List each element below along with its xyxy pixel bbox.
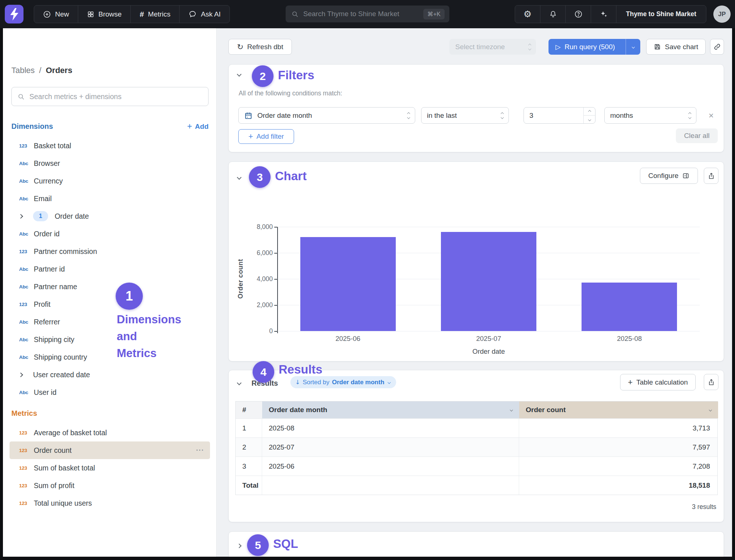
sidebar-item-user-created-date[interactable]: User created date xyxy=(10,366,210,383)
filter-unit-select[interactable]: months xyxy=(604,107,696,124)
y-tick-label: 0 xyxy=(243,327,273,335)
sidebar-item-partner-name[interactable]: AbcPartner name xyxy=(10,278,210,295)
field-label: Order id xyxy=(34,230,59,238)
metrics-list: 123Average of basket total123Order count… xyxy=(6,424,214,512)
clear-all-filters-button[interactable]: Clear all xyxy=(676,128,718,143)
chevron-right-icon xyxy=(18,214,23,219)
run-query-options-button[interactable] xyxy=(626,39,640,55)
sidebar-item-currency[interactable]: AbcCurrency xyxy=(10,172,210,190)
bar-2025-07[interactable] xyxy=(441,232,536,331)
plus-icon: + xyxy=(249,132,253,141)
y-tick-label: 8,000 xyxy=(243,223,273,231)
table-row[interactable]: 22025-077,597 xyxy=(236,437,717,457)
timezone-select[interactable]: Select timezone xyxy=(449,39,536,55)
table-row[interactable]: 32025-067,208 xyxy=(236,457,717,476)
sidebar-item-email[interactable]: AbcEmail xyxy=(10,190,210,207)
sorted-by-pill[interactable]: ↓ Sorted by Order date month xyxy=(290,376,396,388)
order-date-month-cell[interactable]: 2025-06 xyxy=(262,457,519,476)
sidebar-item-average-of-basket-total[interactable]: 123Average of basket total xyxy=(10,424,210,441)
ai-assistant-button[interactable] xyxy=(591,6,616,23)
filters-section: All of the following conditions match: O… xyxy=(228,64,724,152)
org-switcher[interactable]: Thyme to Shine Market xyxy=(616,6,706,23)
copy-link-button[interactable] xyxy=(710,39,724,55)
sidebar-item-sum-of-profit[interactable]: 123Sum of profit xyxy=(10,477,210,494)
results-count: 3 results xyxy=(692,503,716,511)
field-label: Partner name xyxy=(34,283,77,291)
sidebar-item-user-id[interactable]: AbcUser id xyxy=(10,383,210,401)
sidebar-item-order-id[interactable]: AbcOrder id xyxy=(10,225,210,243)
fields-search-input[interactable]: Search metrics + dimensions xyxy=(11,87,209,106)
sidebar-item-order-date[interactable]: 1Order date xyxy=(10,207,210,225)
column-header-order-date-month[interactable]: Order date month xyxy=(262,401,519,418)
order-date-month-cell[interactable]: 2025-08 xyxy=(262,419,519,437)
share-icon xyxy=(707,378,715,386)
table-calculation-button[interactable]: + Table calculation xyxy=(620,374,696,390)
column-header-order-count[interactable]: Order count xyxy=(519,401,718,418)
configure-chart-button[interactable]: Configure xyxy=(640,168,698,184)
order-count-cell[interactable]: 7,597 xyxy=(519,438,718,457)
ask-ai-button[interactable]: Ask AI xyxy=(180,6,229,23)
table-total-row: Total18,518 xyxy=(236,476,717,495)
string-type-icon: Abc xyxy=(19,390,34,395)
sidebar-item-partner-commission[interactable]: 123Partner commission xyxy=(10,243,210,260)
filter-field-select[interactable]: Order date month xyxy=(238,107,415,124)
export-results-button[interactable] xyxy=(704,374,718,390)
add-dimension-button[interactable]: +Add xyxy=(187,122,209,131)
global-search-input[interactable]: Search Thyme to Shine Market ⌘+K xyxy=(286,6,449,22)
sidebar-item-sum-of-basket-total[interactable]: 123Sum of basket total xyxy=(10,459,210,477)
string-type-icon: Abc xyxy=(19,337,34,342)
chat-star-icon xyxy=(188,10,197,18)
breadcrumb-tables[interactable]: Tables xyxy=(11,66,35,75)
sidebar-item-shipping-country[interactable]: AbcShipping country xyxy=(10,348,210,366)
field-label: Sum of basket total xyxy=(34,464,95,472)
link-icon xyxy=(713,43,721,51)
sidebar-item-total-unique-users[interactable]: 123Total unique users xyxy=(10,494,210,512)
expand-sql-chevron-icon[interactable] xyxy=(237,543,242,548)
string-type-icon: Abc xyxy=(19,231,34,237)
x-tick-label: 2025-08 xyxy=(582,335,677,343)
filter-value-input[interactable]: 3 xyxy=(524,107,595,124)
save-icon xyxy=(653,43,661,51)
remove-filter-button[interactable]: × xyxy=(705,107,718,124)
field-label: Partner id xyxy=(34,265,65,273)
number-stepper[interactable] xyxy=(583,108,595,123)
sidebar-item-profit[interactable]: 123Profit xyxy=(10,295,210,313)
sidebar-item-shipping-city[interactable]: AbcShipping city xyxy=(10,331,210,348)
sidebar-item-browser[interactable]: AbcBrowser xyxy=(10,154,210,172)
bar-chart-plot xyxy=(278,227,700,331)
string-type-icon: Abc xyxy=(19,319,34,325)
new-button[interactable]: New xyxy=(34,6,78,23)
sidebar-item-order-count[interactable]: 123Order count··· xyxy=(10,441,210,459)
collapse-results-chevron-icon[interactable] xyxy=(237,381,242,385)
item-menu-icon[interactable]: ··· xyxy=(196,446,210,454)
app-logo[interactable] xyxy=(5,5,23,23)
filter-operator-select[interactable]: in the last xyxy=(421,107,509,124)
bar-2025-06[interactable] xyxy=(300,237,396,331)
string-type-icon: Abc xyxy=(19,284,34,290)
stepper-down-icon[interactable] xyxy=(584,116,595,123)
save-chart-button[interactable]: Save chart xyxy=(646,39,706,55)
string-type-icon: Abc xyxy=(19,178,34,184)
bar-2025-08[interactable] xyxy=(582,283,677,331)
export-chart-button[interactable] xyxy=(704,168,718,184)
y-tick-mark xyxy=(274,227,277,228)
notifications-button[interactable] xyxy=(540,6,566,23)
sidebar-item-partner-id[interactable]: AbcPartner id xyxy=(10,260,210,278)
settings-button[interactable]: ⚙ xyxy=(515,6,540,23)
user-avatar[interactable]: JP xyxy=(713,6,731,23)
run-query-button[interactable]: ▷ Run query (500) xyxy=(548,39,640,55)
sidebar-item-basket-total[interactable]: 123Basket total xyxy=(10,137,210,154)
help-button[interactable] xyxy=(566,6,591,23)
collapse-filters-chevron-icon[interactable] xyxy=(237,72,242,77)
table-row[interactable]: 12025-083,713 xyxy=(236,418,717,437)
add-filter-button[interactable]: + Add filter xyxy=(238,129,294,144)
collapse-chart-chevron-icon[interactable] xyxy=(237,175,242,180)
order-count-cell[interactable]: 7,208 xyxy=(519,457,718,476)
refresh-dbt-button[interactable]: ↻ Refresh dbt xyxy=(228,39,292,55)
browse-button[interactable]: Browse xyxy=(78,6,131,23)
sidebar-item-referrer[interactable]: AbcReferrer xyxy=(10,313,210,331)
order-date-month-cell[interactable]: 2025-07 xyxy=(262,438,519,457)
metrics-button[interactable]: # Metrics xyxy=(131,6,180,23)
order-count-cell[interactable]: 3,713 xyxy=(519,419,718,437)
stepper-up-icon[interactable] xyxy=(584,108,595,116)
